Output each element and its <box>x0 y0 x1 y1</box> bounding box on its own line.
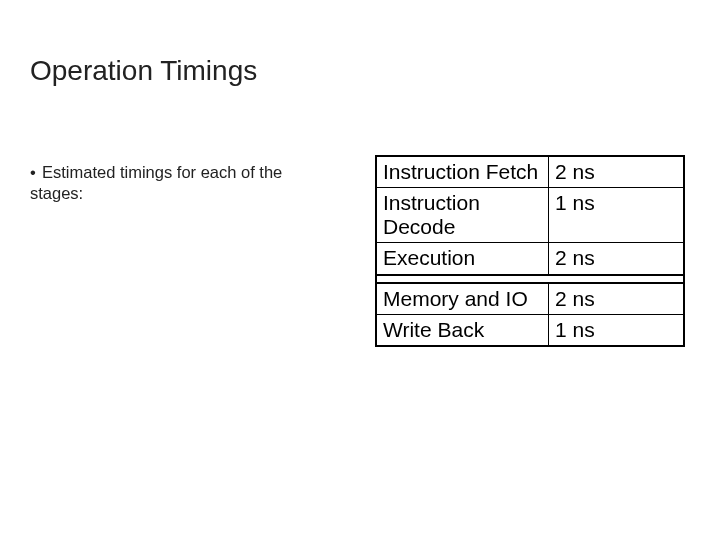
table-group-gap <box>376 275 684 283</box>
timing-cell: 1 ns <box>548 314 684 346</box>
stage-cell: Execution <box>376 243 548 275</box>
bullet-dot: • <box>30 162 42 183</box>
stage-cell: Write Back <box>376 314 548 346</box>
table-row: Memory and IO 2 ns <box>376 283 684 315</box>
timing-cell: 2 ns <box>548 156 684 188</box>
stage-cell: Memory and IO <box>376 283 548 315</box>
table-row: Instruction Fetch 2 ns <box>376 156 684 188</box>
table-row: Write Back 1 ns <box>376 314 684 346</box>
slide: Operation Timings •Estimated timings for… <box>0 0 720 540</box>
timing-cell: 2 ns <box>548 243 684 275</box>
bullet-text: Estimated timings for each of the stages… <box>30 163 282 202</box>
table-row: Instruction Decode 1 ns <box>376 188 684 243</box>
stage-cell: Instruction Fetch <box>376 156 548 188</box>
timing-cell: 2 ns <box>548 283 684 315</box>
timing-table: Instruction Fetch 2 ns Instruction Decod… <box>375 155 685 347</box>
stage-cell: Instruction Decode <box>376 188 548 243</box>
table-row: Execution 2 ns <box>376 243 684 275</box>
timing-cell: 1 ns <box>548 188 684 243</box>
bullet-item: •Estimated timings for each of the stage… <box>30 162 335 203</box>
page-title: Operation Timings <box>30 55 257 87</box>
